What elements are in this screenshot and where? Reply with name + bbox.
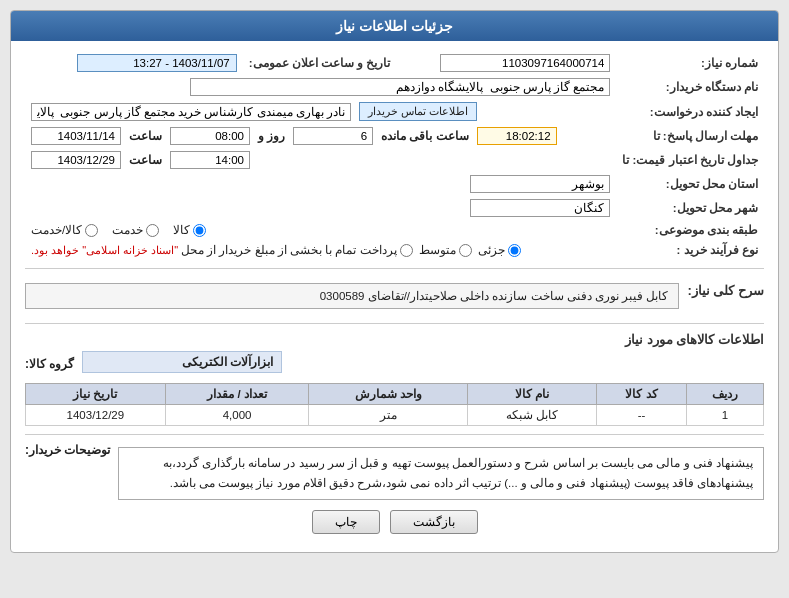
col-name: نام کالا (468, 384, 597, 405)
col-tarikh: تاریخ نیاز (26, 384, 166, 405)
rooz-label: روز و (258, 129, 285, 143)
saat-label: ساعت (129, 129, 162, 143)
jadval-saat-input[interactable] (170, 151, 250, 169)
name-dastgah-label: نام دستگاه خریدار: (616, 75, 764, 99)
ettelaat-tamas[interactable]: اطلاعات تماس خریدار (359, 102, 477, 121)
jadval-label: جداول تاریخ اعتبار قیمت: تا (616, 148, 764, 172)
tabaqa-kala-label: کالا (173, 223, 190, 237)
ostan-input[interactable] (470, 175, 610, 193)
col-tedad: تعداد / مقدار (165, 384, 309, 405)
nooe-jozi-label: جزئی (478, 243, 505, 257)
sarj-label: سرح کلی نیاز: (687, 283, 764, 298)
jadval-tarikh-input[interactable] (31, 151, 121, 169)
page-title: جزئیات اطلاعات نیاز (11, 11, 778, 41)
nooe-pardakht-radio[interactable] (400, 244, 413, 257)
tabaqa-label: طبقه بندی موضوعی: (616, 220, 764, 240)
name-dastgah-input[interactable] (190, 78, 610, 96)
back-button[interactable]: بازگشت (390, 510, 478, 534)
baqi-label: ساعت باقی مانده (381, 129, 468, 143)
cell-kod: -- (597, 405, 686, 426)
rooz-input[interactable] (293, 127, 373, 145)
tabaqa-kala-radio[interactable] (193, 224, 206, 237)
jadval-saat-label: ساعت (129, 153, 162, 167)
table-row: 1--کابل شبکهمتر4,0001403/12/29 (26, 405, 764, 426)
group-label: گروه کالا: (25, 357, 74, 371)
tozi-label: توضیحات خریدار: (25, 443, 110, 457)
print-button[interactable]: چاپ (312, 510, 380, 534)
kalaha-table: ردیف کد کالا نام کالا واحد شمارش تعداد /… (25, 383, 764, 426)
nooe-pardakht-label: پرداخت تمام با بخشی از مبلغ خریدار از مح… (181, 243, 397, 257)
nooe-mota-radio[interactable] (459, 244, 472, 257)
ostan-label: استان محل تحویل: (616, 172, 764, 196)
nooe-label: نوع فرآیند خرید : (616, 240, 764, 260)
ijad-input[interactable] (31, 103, 351, 121)
tabaqa-khadamat2-label: خدمت (112, 223, 143, 237)
col-kod: کد کالا (597, 384, 686, 405)
tarikh-input[interactable] (77, 54, 237, 72)
kalaha-title: اطلاعات کالاهای مورد نیاز (25, 332, 764, 347)
col-vahed: واحد شمارش (309, 384, 468, 405)
tozi-value: پیشنهاد فنی و مالی می بایست بر اساس شرح … (118, 447, 764, 500)
cell-radif: 1 (686, 405, 763, 426)
nooe-asnad-label: "اسناد خزانه اسلامی" خواهد بود. (31, 244, 178, 257)
nooe-mota-label: متوسط (419, 243, 456, 257)
group-value: ابزارآلات الکتریکی (82, 351, 282, 373)
tabaqa-khadamat-radio[interactable] (85, 224, 98, 237)
tarikh-mohlat-input[interactable] (31, 127, 121, 145)
cell-vahed: متر (309, 405, 468, 426)
shahr-input[interactable] (470, 199, 610, 217)
mohlat-label: مهلت ارسال پاسخ: تا (616, 124, 764, 148)
cell-name: کابل شبکه (468, 405, 597, 426)
baqi-input[interactable] (477, 127, 557, 145)
sarj-value: کابل فیبر نوری دفنی ساخت سازنده داخلی صل… (25, 283, 679, 309)
tabaqa-khadamat2-radio[interactable] (146, 224, 159, 237)
shomara-label: شماره نیاز: (616, 51, 764, 75)
tabaqa-khadamat-label: کالا/خدمت (31, 223, 82, 237)
shahr-label: شهر محل تحویل: (616, 196, 764, 220)
col-radif: ردیف (686, 384, 763, 405)
cell-tedad: 4,000 (165, 405, 309, 426)
nooe-jozi-radio[interactable] (508, 244, 521, 257)
saat-input[interactable] (170, 127, 250, 145)
shomara-input[interactable] (440, 54, 610, 72)
tarikh-label: تاریخ و ساعت اعلان عمومی: (243, 51, 397, 75)
ijad-label: ایجاد کننده درخواست: (616, 99, 764, 124)
cell-tarikh: 1403/12/29 (26, 405, 166, 426)
